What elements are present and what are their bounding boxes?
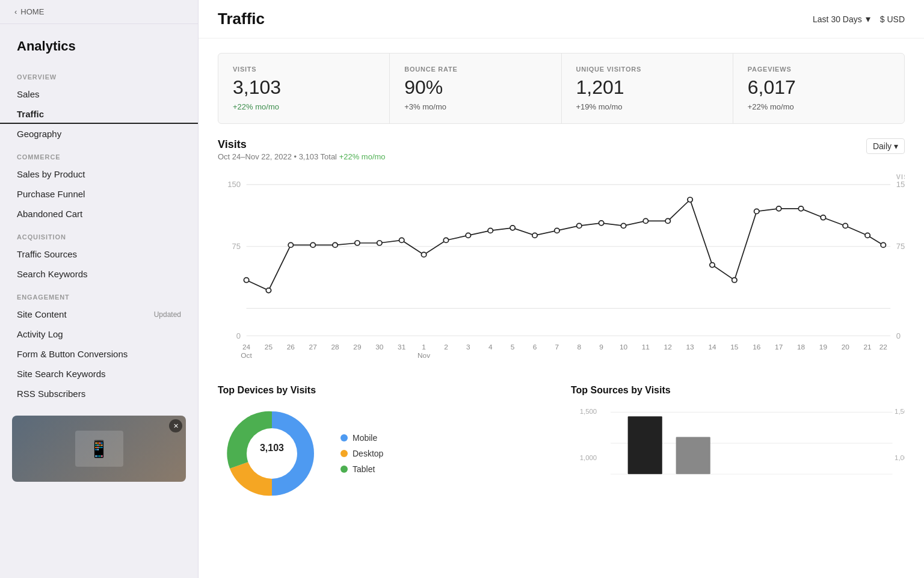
stat-visits-value: 3,103 (233, 76, 375, 99)
sidebar-item-site-search-keywords[interactable]: Site Search Keywords (0, 364, 198, 384)
sidebar-item-label: Site Search Keywords (17, 369, 106, 379)
sidebar-section-engagement: ENGAGEMENT Site Content Updated Activity… (0, 284, 198, 404)
donut-wrapper: 3,103 Mobile Desktop Tablet (218, 405, 552, 502)
svg-point-28 (643, 218, 648, 223)
visits-svg: 150 75 0 150 75 0 (218, 171, 905, 363)
stat-bounce-value: 90% (404, 76, 546, 99)
stat-unique-label: UNIQUE VISITORS (576, 66, 718, 73)
sidebar-item-purchase-funnel[interactable]: Purchase Funnel (0, 184, 198, 204)
sidebar-item-label: Abandoned Cart (17, 209, 82, 219)
stat-pageviews-change: +22% mo/mo (748, 102, 890, 111)
sidebar-item-label: Sales (17, 89, 40, 99)
svg-text:3,103: 3,103 (260, 443, 284, 453)
sidebar-item-geography[interactable]: Geography (0, 124, 198, 144)
svg-text:28: 28 (331, 343, 339, 351)
sidebar-item-abandoned-cart[interactable]: Abandoned Cart (0, 204, 198, 224)
sidebar-item-traffic[interactable]: Traffic (0, 104, 198, 124)
svg-point-23 (532, 233, 537, 238)
svg-text:2: 2 (444, 343, 448, 351)
svg-text:30: 30 (375, 343, 384, 351)
svg-point-17 (399, 238, 404, 242)
sidebar-item-sales-by-product[interactable]: Sales by Product (0, 164, 198, 184)
svg-point-34 (776, 206, 781, 211)
svg-text:22: 22 (879, 343, 887, 351)
tablet-label: Tablet (353, 464, 375, 474)
svg-text:17: 17 (775, 343, 783, 351)
svg-point-22 (510, 226, 515, 230)
sidebar-item-rss-subscribers[interactable]: RSS Subscribers (0, 384, 198, 404)
svg-text:10: 10 (620, 343, 628, 351)
stat-visits: VISITS 3,103 +22% mo/mo (218, 54, 390, 123)
svg-text:1,500: 1,500 (895, 408, 905, 415)
sidebar-item-form-button-conversions[interactable]: Form & Button Conversions (0, 344, 198, 364)
sidebar-item-label: Activity Log (17, 329, 63, 339)
svg-text:4: 4 (488, 343, 493, 351)
stat-pageviews-label: PAGEVIEWS (748, 66, 890, 73)
bottom-section: Top Devices by Visits (218, 385, 905, 504)
home-link[interactable]: ‹ HOME (14, 7, 44, 16)
stat-bounce-rate: BOUNCE RATE 90% +3% mo/mo (390, 54, 561, 123)
header-controls: Last 30 Days ▾ $ USD (813, 13, 905, 25)
svg-rect-84 (676, 437, 710, 475)
period-selector[interactable]: Daily ▾ (866, 138, 905, 154)
donut-chart: 3,103 (218, 405, 326, 502)
svg-point-31 (710, 263, 715, 268)
stat-pageviews: PAGEVIEWS 6,017 +22% mo/mo (733, 54, 904, 123)
promo-close-button[interactable]: ✕ (169, 419, 182, 432)
svg-text:5: 5 (511, 343, 515, 351)
sidebar-item-activity-log[interactable]: Activity Log (0, 324, 198, 344)
chart-highlight: +22% mo/mo (339, 152, 386, 161)
svg-text:14: 14 (708, 343, 716, 351)
svg-text:16: 16 (753, 343, 760, 351)
line-chart: 150 75 0 150 75 0 (218, 171, 905, 366)
stat-pageviews-value: 6,017 (748, 76, 890, 99)
stat-unique-change: +19% mo/mo (576, 102, 718, 111)
sidebar-item-search-keywords[interactable]: Search Keywords (0, 264, 198, 284)
chart-title: Visits (218, 138, 386, 151)
bar-chart-wrapper: 1,500 1,000 1,500 1,000 (571, 405, 905, 504)
sidebar-item-label: RSS Subscribers (17, 389, 85, 399)
sidebar: ‹ HOME Analytics OVERVIEW Sales Traffic … (0, 0, 199, 578)
date-range-label: Last 30 Days (813, 14, 862, 24)
svg-text:20: 20 (842, 343, 850, 351)
svg-text:18: 18 (797, 343, 805, 351)
desktop-dot (340, 450, 348, 457)
svg-point-21 (488, 228, 493, 233)
svg-text:VISITS: VISITS (896, 174, 905, 180)
svg-point-16 (377, 241, 382, 245)
donut-legend: Mobile Desktop Tablet (340, 433, 383, 474)
period-label: Daily (873, 141, 892, 151)
visits-chart-section: Visits Oct 24–Nov 22, 2022 • 3,103 Total… (218, 138, 905, 366)
desktop-label: Desktop (353, 449, 383, 458)
svg-text:19: 19 (819, 343, 827, 351)
chart-header: Visits Oct 24–Nov 22, 2022 • 3,103 Total… (218, 138, 905, 161)
tablet-dot (340, 466, 348, 473)
sidebar-item-sales[interactable]: Sales (0, 84, 198, 104)
section-label-overview: OVERVIEW (0, 64, 198, 84)
svg-point-19 (443, 238, 448, 242)
svg-rect-83 (628, 416, 662, 474)
svg-text:1,500: 1,500 (580, 408, 597, 415)
svg-point-15 (355, 241, 360, 245)
sidebar-item-label: Geography (17, 129, 61, 139)
svg-text:75: 75 (896, 242, 905, 251)
stat-visits-change: +22% mo/mo (233, 102, 375, 111)
stats-bar: VISITS 3,103 +22% mo/mo BOUNCE RATE 90% … (218, 53, 905, 124)
top-sources-title: Top Sources by Visits (571, 385, 905, 396)
sidebar-item-label: Sales by Product (17, 169, 85, 179)
svg-text:150: 150 (227, 180, 241, 189)
svg-point-30 (688, 197, 692, 202)
svg-text:Oct: Oct (241, 351, 252, 359)
svg-text:75: 75 (232, 242, 241, 251)
chevron-down-icon: ▾ (866, 13, 870, 25)
legend-tablet: Tablet (340, 464, 383, 474)
svg-text:1: 1 (422, 343, 426, 351)
top-devices-card: Top Devices by Visits (218, 385, 552, 504)
top-sources-card: Top Sources by Visits 1,500 1,000 1,500 … (571, 385, 905, 504)
svg-point-35 (798, 206, 803, 211)
sidebar-item-traffic-sources[interactable]: Traffic Sources (0, 244, 198, 264)
svg-text:0: 0 (896, 331, 901, 340)
date-range-picker[interactable]: Last 30 Days ▾ (813, 13, 870, 25)
svg-text:25: 25 (265, 343, 273, 351)
sidebar-item-site-content[interactable]: Site Content Updated (0, 304, 198, 324)
